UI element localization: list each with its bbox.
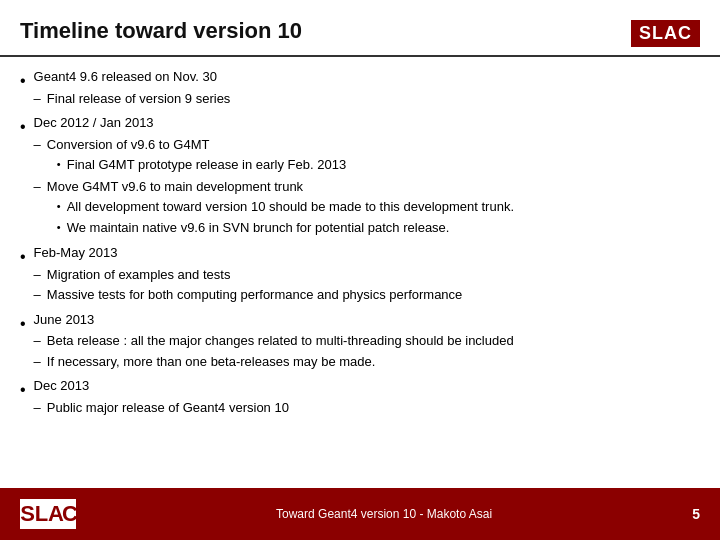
bullet-content: June 2013 – Beta release : all the major… <box>34 310 700 373</box>
sub-list: – Beta release : all the major changes r… <box>34 331 700 371</box>
list-item: – Migration of examples and tests <box>34 265 700 285</box>
bullet-content: Dec 2013 – Public major release of Geant… <box>34 376 700 418</box>
bullet-text: June 2013 <box>34 312 95 327</box>
dash-icon: – <box>34 285 41 305</box>
list-item: – Massive tests for both computing perfo… <box>34 285 700 305</box>
logo-s: S <box>20 501 34 527</box>
list-item: • Final G4MT prototype release in early … <box>57 155 346 175</box>
dash-icon: – <box>34 331 41 351</box>
sub-sub-list: • All development toward version 10 shou… <box>57 197 514 237</box>
slide-header: Timeline toward version 10 SLAC <box>0 0 720 57</box>
logo-l: L <box>34 501 48 527</box>
bullet-content: Dec 2012 / Jan 2013 – Conversion of v9.6… <box>34 113 700 239</box>
list-item: • Dec 2013 – Public major release of Gea… <box>20 376 700 418</box>
list-item: • Geant4 9.6 released on Nov. 30 – Final… <box>20 67 700 109</box>
bullet-small-icon: • <box>57 156 61 173</box>
main-bullet-list: • Geant4 9.6 released on Nov. 30 – Final… <box>20 67 700 418</box>
bullet-icon: • <box>20 69 26 93</box>
list-item: – If necessary, more than one beta-relea… <box>34 352 700 372</box>
list-item: • We maintain native v9.6 in SVN brunch … <box>57 218 514 238</box>
slide-content: • Geant4 9.6 released on Nov. 30 – Final… <box>0 57 720 488</box>
bullet-icon: • <box>20 245 26 269</box>
sub-text: Conversion of v9.6 to G4MT <box>47 137 210 152</box>
list-item: – Conversion of v9.6 to G4MT • Final G4M… <box>34 135 700 176</box>
dash-icon: – <box>34 352 41 372</box>
sub-content: Move G4MT v9.6 to main development trunk… <box>47 177 514 239</box>
dash-icon: – <box>34 398 41 418</box>
header-logo: SLAC <box>631 20 700 47</box>
logo-c: C <box>62 501 76 527</box>
sub-text: Public major release of Geant4 version 1… <box>47 398 289 418</box>
bullet-icon: • <box>20 115 26 139</box>
bullet-text: Dec 2013 <box>34 378 90 393</box>
sub-text: Move G4MT v9.6 to main development trunk <box>47 179 303 194</box>
sub-content: Conversion of v9.6 to G4MT • Final G4MT … <box>47 135 346 176</box>
footer-page-number: 5 <box>692 506 700 522</box>
list-item: – Public major release of Geant4 version… <box>34 398 700 418</box>
list-item: – Final release of version 9 series <box>34 89 700 109</box>
list-item: • All development toward version 10 shou… <box>57 197 514 217</box>
sub-list: – Migration of examples and tests – Mass… <box>34 265 700 305</box>
list-item: – Move G4MT v9.6 to main development tru… <box>34 177 700 239</box>
sub-list: – Conversion of v9.6 to G4MT • Final G4M… <box>34 135 700 239</box>
dash-icon: – <box>34 89 41 109</box>
bullet-icon: • <box>20 312 26 336</box>
bullet-icon: • <box>20 378 26 402</box>
sub-text: Beta release : all the major changes rel… <box>47 331 514 351</box>
dash-icon: – <box>34 177 41 197</box>
list-item: – Beta release : all the major changes r… <box>34 331 700 351</box>
bullet-content: Geant4 9.6 released on Nov. 30 – Final r… <box>34 67 700 109</box>
bullet-small-icon: • <box>57 219 61 236</box>
bullet-text: Dec 2012 / Jan 2013 <box>34 115 154 130</box>
sub-text: Migration of examples and tests <box>47 265 231 285</box>
subsub-text: We maintain native v9.6 in SVN brunch fo… <box>67 218 450 238</box>
slide-title: Timeline toward version 10 <box>20 18 302 44</box>
list-item: • June 2013 – Beta release : all the maj… <box>20 310 700 373</box>
slide-footer: S L A C Toward Geant4 version 10 - Makot… <box>0 488 720 540</box>
list-item: • Dec 2012 / Jan 2013 – Conversion of v9… <box>20 113 700 239</box>
dash-icon: – <box>34 135 41 155</box>
sub-text: If necessary, more than one beta-release… <box>47 352 376 372</box>
subsub-text: Final G4MT prototype release in early Fe… <box>67 155 346 175</box>
subsub-text: All development toward version 10 should… <box>67 197 514 217</box>
footer-logo: S L A C <box>20 499 76 529</box>
footer-center-text: Toward Geant4 version 10 - Makoto Asai <box>76 507 692 521</box>
sub-text: Final release of version 9 series <box>47 89 231 109</box>
bullet-text: Geant4 9.6 released on Nov. 30 <box>34 69 217 84</box>
dash-icon: – <box>34 265 41 285</box>
sub-text: Massive tests for both computing perform… <box>47 285 462 305</box>
bullet-content: Feb-May 2013 – Migration of examples and… <box>34 243 700 306</box>
list-item: • Feb-May 2013 – Migration of examples a… <box>20 243 700 306</box>
sub-sub-list: • Final G4MT prototype release in early … <box>57 155 346 175</box>
sub-list: – Public major release of Geant4 version… <box>34 398 700 418</box>
bullet-text: Feb-May 2013 <box>34 245 118 260</box>
logo-a: A <box>48 501 62 527</box>
bullet-small-icon: • <box>57 198 61 215</box>
sub-list: – Final release of version 9 series <box>34 89 700 109</box>
slac-logo-top-text: SLAC <box>631 20 700 47</box>
slide: Timeline toward version 10 SLAC • Geant4… <box>0 0 720 540</box>
footer-logo-block: S L A C <box>20 499 76 529</box>
